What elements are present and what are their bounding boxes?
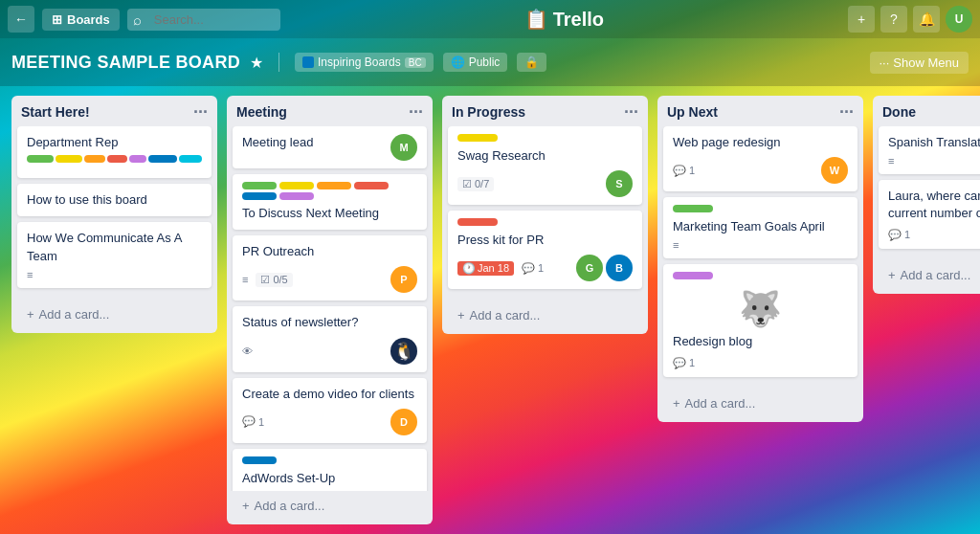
card-meta: 💬 1 [242,415,264,428]
card-footer: ☑ 0/7 S [457,170,633,197]
card-meeting-lead[interactable]: Meeting lead M [233,126,427,168]
add-card-button-meeting[interactable]: + Add a card... [233,493,427,519]
star-icon[interactable]: ★ [250,54,263,72]
card-newsletter[interactable]: Status of newsletter? 👁 🐧 [233,306,427,371]
notification-button[interactable]: 🔔 [913,6,940,33]
card-dept-rep[interactable]: Department Rep [17,126,212,178]
label-yellow [279,182,314,189]
comment-icon: 💬 [673,165,686,177]
label-orange [317,182,351,189]
eye-meta: 👁 [242,345,253,357]
board-header-right: ··· Show Menu [870,52,969,74]
column-title: Done [882,104,916,120]
user-avatar[interactable]: U [946,6,972,33]
column-menu-icon[interactable]: ··· [193,103,208,121]
card-title: Status of newsletter? [242,314,417,331]
column-start-here-header: Start Here! ··· [11,96,217,126]
card-footer: 🕐 Jan 18 💬 1 G B [457,255,633,281]
comment-count: 1 [904,229,910,240]
add-card-button-start[interactable]: + Add a card... [17,301,212,327]
card-redesign-blog[interactable]: 🐺 Redesign blog 💬 1 [663,264,858,376]
column-menu-icon[interactable]: ··· [624,103,638,121]
show-menu-button[interactable]: ··· Show Menu [870,52,969,74]
trello-logo: 📋 Trello [524,8,604,31]
column-in-progress: In Progress ··· Swag Research ☑ 0/7 S Pr… [442,96,648,334]
card-footer: ≡ ☑ 0/5 P [242,266,417,293]
info-button[interactable]: ? [880,6,907,33]
tag-blue-square [302,56,314,68]
board-divider [278,53,279,72]
card-swag-research[interactable]: Swag Research ☑ 0/7 S [448,126,642,205]
card-marketing-goals[interactable]: Marketing Team Goals April ≡ [663,197,858,258]
nav-center: 📋 Trello [288,8,840,31]
color-bars [27,155,202,163]
card-adwords[interactable]: AdWords Set-Up A [233,449,427,491]
column-menu-icon[interactable]: ··· [409,103,423,121]
comment-icon: 💬 [522,262,535,275]
card-title: To Discuss Next Meeting [242,205,417,222]
eye-icon: 👁 [242,345,253,357]
card-spanish-translation[interactable]: Spanish Translation ≡ [879,126,980,174]
add-card-button-done[interactable]: + Add a card... [879,262,980,288]
penguin-emoji: 🐺 [673,285,848,333]
column-up-next-body: Web page redesign 💬 1 W Marketing Team G… [657,126,863,389]
boards-button[interactable]: ⊞ Boards [42,9,120,31]
column-start-here-body: Department Rep How to use this board How… [11,126,217,300]
inspiring-boards-label: Inspiring Boards [318,56,401,69]
comment-icon: 💬 [888,229,902,241]
nav-right: + ? 🔔 U [848,6,972,33]
card-discuss-next[interactable]: To Discuss Next Meeting [233,174,427,230]
clock-icon: 🕐 [462,262,476,275]
avatar-1: G [576,255,603,281]
boards-label: Boards [67,12,110,27]
ellipsis-icon: ··· [880,56,890,70]
add-card-button-in-progress[interactable]: + Add a card... [448,302,642,328]
lock-tag[interactable]: 🔒 [517,53,546,72]
card-meta: 💬 1 [673,357,695,369]
trello-icon: 📋 [524,8,548,31]
bar-purple [129,155,146,163]
back-button[interactable]: ← [8,6,34,33]
bc-label: BC [405,57,426,68]
card-laura-question[interactable]: Laura, where can I find our current numb… [879,180,980,248]
search-input[interactable] [127,9,280,31]
card-press-kit[interactable]: Press kit for PR 🕐 Jan 18 💬 1 G [448,211,642,289]
card-title: Redesign blog [673,333,848,350]
add-button[interactable]: + [848,6,875,33]
description-icon: ≡ [673,239,848,251]
bar-orange [84,155,105,163]
card-avatar: W [821,157,848,184]
column-start-here: Start Here! ··· Department Rep How to us… [11,96,217,333]
plus-icon: + [457,308,465,323]
description-icon: ≡ [27,269,202,280]
description-icon: ≡ [888,155,980,167]
column-menu-icon[interactable]: ··· [839,103,854,121]
column-meeting-header: Meeting ··· [227,96,433,126]
plus-icon: + [888,268,896,282]
card-title: Department Rep [27,134,202,151]
column-up-next: Up Next ··· Web page redesign 💬 1 W [657,96,863,422]
card-footer: 💬 1 [673,357,848,369]
add-card-button-up-next[interactable]: + Add a card... [663,390,858,416]
card-pr-outreach[interactable]: PR Outreach ≡ ☑ 0/5 P [233,235,427,300]
card-communicate[interactable]: How We Communicate As A Team ≡ [17,222,212,287]
card-title: How to use this board [27,191,202,209]
public-tag[interactable]: 🌐 Public [443,53,508,72]
card-title: Swag Research [457,147,633,165]
trello-name: Trello [553,9,604,31]
avatar-2: B [606,255,633,281]
card-demo-video[interactable]: Create a demo video for clients 💬 1 D [233,378,427,443]
inspiring-boards-tag[interactable]: Inspiring Boards BC [295,53,434,72]
card-avatar: 🐧 [390,338,417,365]
board-header: MEETING SAMPLE BOARD ★ Inspiring Boards … [0,38,980,86]
card-how-to-use[interactable]: How to use this board [17,184,212,216]
card-web-redesign[interactable]: Web page redesign 💬 1 W [663,126,858,191]
comment-count: 1 [689,357,695,368]
card-meta: 💬 1 [888,229,910,241]
description-icon: ≡ [242,274,248,285]
bar-green [27,155,54,163]
column-done: Done ··· Spanish Translation ≡ Laura, wh… [873,96,980,294]
column-in-progress-body: Swag Research ☑ 0/7 S Press kit for PR 🕐 [442,126,648,300]
plus-icon: + [242,499,250,513]
card-meta: ≡ ☑ 0/5 [242,273,293,287]
